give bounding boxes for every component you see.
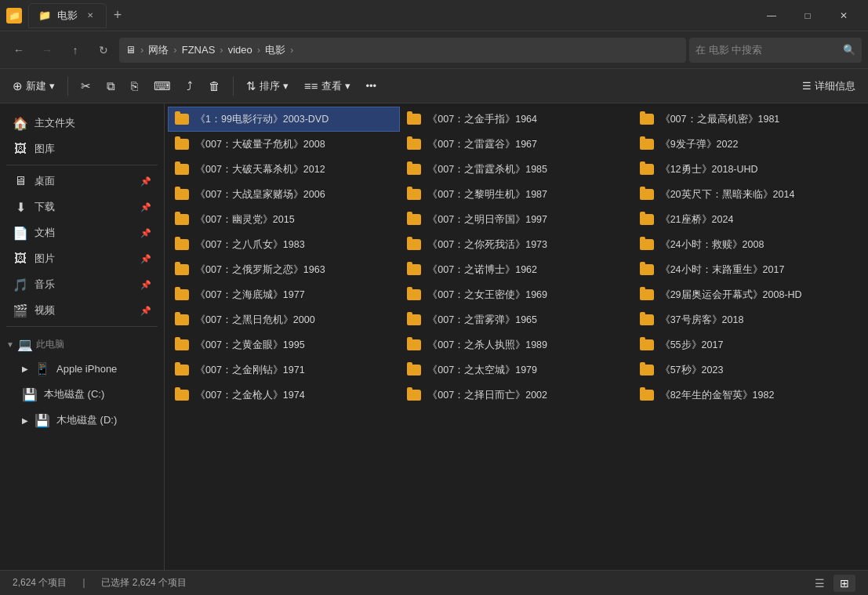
list-item[interactable]: 《57秒》2023 [633, 357, 865, 383]
details-button[interactable]: ☰ 详细信息 [796, 74, 862, 99]
file-name: 《1：99电影行动》2003-DVD [195, 113, 329, 126]
sort-button[interactable]: ⇅ 排序 ▾ [240, 74, 295, 99]
share-button[interactable]: ⤴ [180, 74, 199, 99]
list-item[interactable]: 《007：大战皇家赌场》2006 [168, 182, 400, 207]
list-item[interactable]: 《9发子弹》2022 [633, 132, 865, 157]
list-item[interactable]: 《007：之雷霆谷》1967 [400, 132, 632, 157]
delete-button[interactable]: 🗑 [202, 74, 227, 99]
back-button[interactable]: ← [6, 38, 31, 63]
file-name: 《57秒》2023 [660, 364, 724, 377]
bc-computer[interactable]: 🖥 [125, 44, 136, 56]
folder-icon [175, 164, 189, 175]
folder-icon [407, 390, 421, 401]
list-item[interactable]: 《37号房客》2018 [633, 307, 865, 332]
view-label: 查看 [321, 79, 342, 93]
paste-button[interactable]: ⎘ [125, 74, 144, 99]
list-item[interactable]: 《007：大破量子危机》2008 [168, 132, 400, 157]
list-item[interactable]: 《12勇士》2018-UHD [633, 157, 865, 182]
list-item[interactable]: 《007：幽灵党》2015 [168, 207, 400, 232]
sidebar-item-downloads[interactable]: ⬇ 下载 📌 [3, 194, 161, 219]
list-view-button[interactable]: ☰ [808, 575, 830, 592]
file-grid: 《1：99电影行动》2003-DVD《007：之金手指》1964《007：之最高… [168, 107, 865, 408]
bc-fznas[interactable]: FZNAS [182, 44, 216, 56]
main-area: 🏠 主文件夹 🖼 图库 🖥 桌面 📌 ⬇ 下载 📌 📄 文档 📌 🖼 图片 📌 [0, 103, 868, 570]
new-icon: ⊕ [13, 79, 23, 93]
list-item[interactable]: 《82年生的金智英》1982 [633, 383, 865, 408]
sidebar-item-local-d[interactable]: ▶ 💾 木地磁盘 (D:) [3, 408, 161, 433]
folder-icon [640, 390, 654, 401]
file-name: 《007：之太空城》1979 [427, 364, 537, 377]
sidebar-item-local-c[interactable]: 💾 本地磁盘 (C:) [3, 382, 161, 407]
sidebar-item-documents[interactable]: 📄 文档 📌 [3, 220, 161, 245]
toolbar: ⊕ 新建 ▾ ✂ ⧉ ⎘ ⌨ ⤴ 🗑 ⇅ 排序 ▾ ≡≡ 查看 ▾ ••• ☰ … [0, 69, 868, 103]
file-name: 《007：之黑日危机》2000 [195, 314, 315, 327]
list-item[interactable]: 《007：大破天幕杀机》2012 [168, 157, 400, 182]
tab-close-button[interactable]: ✕ [84, 9, 96, 22]
search-bar[interactable]: 在 电影 中搜索 🔍 [689, 38, 862, 63]
list-item[interactable]: 《007：之太空城》1979 [400, 357, 632, 383]
close-button[interactable]: ✕ [826, 3, 862, 28]
active-tab[interactable]: 📁 电影 ✕ [28, 3, 107, 28]
list-item[interactable]: 《007：之俄罗斯之恋》1963 [168, 257, 400, 282]
list-item[interactable]: 《007：之海底城》1977 [168, 282, 400, 307]
sort-chevron: ▾ [283, 80, 289, 92]
sidebar-item-music[interactable]: 🎵 音乐 📌 [3, 272, 161, 297]
list-item[interactable]: 《55步》2017 [633, 332, 865, 357]
sidebar-item-videos[interactable]: 🎬 视频 📌 [3, 298, 161, 323]
folder-icon [407, 239, 421, 250]
refresh-button[interactable]: ↻ [91, 38, 116, 63]
bc-video[interactable]: video [228, 44, 252, 56]
bc-movies[interactable]: 电影 [265, 43, 285, 57]
file-name: 《007：大破量子危机》2008 [195, 138, 325, 151]
sidebar-item-pictures[interactable]: 🖼 图片 📌 [3, 246, 161, 271]
sidebar-item-gallery[interactable]: 🖼 图库 [3, 136, 161, 161]
folder-icon [175, 289, 189, 300]
list-item[interactable]: 《007：之黑日危机》2000 [168, 307, 400, 332]
list-item[interactable]: 《007：之雷雾弹》1965 [400, 307, 632, 332]
list-item[interactable]: 《007：之杀人执照》1989 [400, 332, 632, 357]
cut-button[interactable]: ✂ [74, 74, 97, 99]
list-item[interactable]: 《20英尺下：黑暗来临》2014 [633, 182, 865, 207]
sidebar-local-c-label: 本地磁盘 (C:) [44, 387, 104, 401]
list-item[interactable]: 《007：之黎明生机》1987 [400, 182, 632, 207]
new-tab-button[interactable]: + [107, 5, 129, 27]
list-item[interactable]: 《007：之女王密使》1969 [400, 282, 632, 307]
bc-network[interactable]: 网络 [148, 43, 169, 57]
maximize-button[interactable]: □ [790, 3, 826, 28]
list-item[interactable]: 《007：之诺博士》1962 [400, 257, 632, 282]
grid-view-button[interactable]: ⊞ [833, 575, 855, 592]
copy-button[interactable]: ⧉ [100, 74, 122, 99]
this-pc-header[interactable]: ▼ 💻 此电脑 [0, 333, 164, 355]
list-item[interactable]: 《007：之择日而亡》2002 [400, 383, 632, 408]
file-name: 《007：之八爪女》1983 [195, 238, 305, 252]
more-button[interactable]: ••• [360, 74, 383, 99]
list-item[interactable]: 《007：之金手指》1964 [400, 107, 632, 132]
view-controls: ☰ ⊞ [808, 575, 855, 592]
rename-button[interactable]: ⌨ [147, 74, 177, 99]
list-item[interactable]: 《007：之八爪女》1983 [168, 232, 400, 257]
forward-button[interactable]: → [35, 38, 60, 63]
list-item[interactable]: 《007：之金枪人》1974 [168, 383, 400, 408]
list-item[interactable]: 《21座桥》2024 [633, 207, 865, 232]
sidebar-item-desktop[interactable]: 🖥 桌面 📌 [3, 169, 161, 194]
folder-icon [640, 114, 654, 125]
list-item[interactable]: 《007：之你死我活》1973 [400, 232, 632, 257]
new-button[interactable]: ⊕ 新建 ▾ [6, 74, 61, 99]
list-item[interactable]: 《007：之雷霆杀机》1985 [400, 157, 632, 182]
title-bar: 📁 📁 电影 ✕ + — □ ✕ [0, 0, 868, 31]
list-item[interactable]: 《24小时：救赎》2008 [633, 232, 865, 257]
sidebar-item-apple-iphone[interactable]: ▶ 📱 Apple iPhone [3, 356, 161, 381]
list-item[interactable]: 《007：之明日帝国》1997 [400, 207, 632, 232]
status-sep: ｜ [79, 576, 89, 590]
list-item[interactable]: 《007：之黄金眼》1995 [168, 332, 400, 357]
up-button[interactable]: ↑ [63, 38, 88, 63]
list-item[interactable]: 《29届奥运会开幕式》2008-HD [633, 282, 865, 307]
sidebar-item-home[interactable]: 🏠 主文件夹 [3, 111, 161, 136]
view-button[interactable]: ≡≡ 查看 ▾ [298, 74, 357, 99]
list-item[interactable]: 《24小时：末路重生》2017 [633, 257, 865, 282]
minimize-button[interactable]: — [754, 3, 790, 28]
sidebar-documents-label: 文档 [35, 226, 55, 240]
list-item[interactable]: 《1：99电影行动》2003-DVD [168, 107, 400, 132]
list-item[interactable]: 《007：之最高机密》1981 [633, 107, 865, 132]
list-item[interactable]: 《007：之金刚钻》1971 [168, 357, 400, 383]
